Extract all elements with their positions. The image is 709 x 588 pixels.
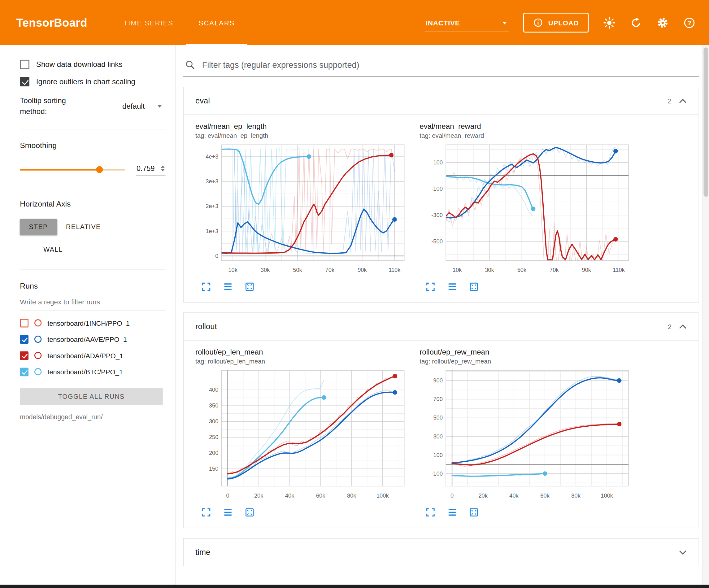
ignore-outliers-checkbox[interactable] xyxy=(20,77,29,86)
divider xyxy=(20,270,165,270)
settings-gear-icon[interactable] xyxy=(657,17,669,28)
nav-tabs: TIME SERIES SCALARS xyxy=(111,0,247,45)
horizontal-axis-label: Horizontal Axis xyxy=(20,200,165,209)
svg-text:300: 300 xyxy=(209,418,218,425)
axis-relative-button[interactable]: RELATIVE xyxy=(57,219,110,235)
svg-text:?: ? xyxy=(687,19,691,26)
app-header: TensorBoard TIME SERIES SCALARS INACTIVE… xyxy=(0,0,709,45)
svg-text:50k: 50k xyxy=(293,266,302,273)
section-time-header[interactable]: time xyxy=(184,538,699,566)
collapse-chevron-icon[interactable] xyxy=(679,98,687,104)
run-label: tensorboard/ADA/PPO_1 xyxy=(47,352,123,359)
smoothing-value-input[interactable]: 0.759 xyxy=(136,163,165,176)
svg-text:900: 900 xyxy=(433,377,442,384)
svg-text:50k: 50k xyxy=(517,266,527,273)
scrollbar-thumb[interactable] xyxy=(704,47,708,197)
smoothing-slider[interactable] xyxy=(20,169,125,170)
svg-text:90k: 90k xyxy=(358,266,367,273)
svg-text:20k: 20k xyxy=(478,492,488,499)
line-chart[interactable]: 10k30k50k70k90k110k-500-300-100100 xyxy=(420,141,632,277)
show-download-checkbox[interactable] xyxy=(20,60,29,69)
ignore-outliers-label: Ignore outliers in chart scaling xyxy=(36,77,135,86)
run-color-radio[interactable] xyxy=(34,336,42,343)
section-rollout-body: rollout/ep_len_mean tag: rollout/ep_len_… xyxy=(184,340,699,528)
tooltip-sorting-value: default xyxy=(122,102,145,110)
line-chart[interactable]: 10k30k50k70k90k110k01e+32e+33e+34e+3 xyxy=(195,141,408,277)
line-chart[interactable]: 020k40k60k80k100k150200250300350400 xyxy=(195,366,408,502)
scrollbar[interactable] xyxy=(702,45,709,585)
toggle-all-runs-button[interactable]: TOGGLE ALL RUNS xyxy=(20,388,163,405)
run-color-radio[interactable] xyxy=(34,319,42,327)
svg-text:2e+3: 2e+3 xyxy=(206,203,218,209)
expand-chart-icon[interactable] xyxy=(201,507,211,518)
run-checkbox[interactable] xyxy=(20,335,28,344)
fit-domain-icon[interactable] xyxy=(244,507,255,518)
chart-toolbar xyxy=(420,281,636,292)
fit-domain-icon[interactable] xyxy=(468,507,479,518)
refresh-icon[interactable] xyxy=(630,17,642,28)
svg-text:400: 400 xyxy=(209,386,218,393)
chart-title: rollout/ep_len_mean xyxy=(195,348,412,356)
svg-text:80k: 80k xyxy=(347,492,357,499)
window-edge xyxy=(0,585,709,588)
expand-chart-icon[interactable] xyxy=(201,281,211,292)
svg-text:10k: 10k xyxy=(453,266,462,273)
run-row-1inch: tensorboard/1INCH/PPO_1 xyxy=(20,318,165,327)
fit-domain-icon[interactable] xyxy=(244,281,255,292)
section-eval: eval 2 eval/mean_ep_length tag: eval/mea… xyxy=(183,87,699,303)
collapse-chevron-icon[interactable] xyxy=(679,324,687,329)
upload-button[interactable]: UPLOAD xyxy=(523,13,588,32)
section-rollout-header[interactable]: rollout 2 xyxy=(184,313,699,340)
slider-thumb[interactable] xyxy=(96,166,103,173)
collapse-chevron-icon[interactable] xyxy=(679,549,687,555)
run-checkbox[interactable] xyxy=(20,367,28,376)
data-table-icon[interactable] xyxy=(447,507,457,518)
tab-scalars[interactable]: SCALARS xyxy=(186,0,247,45)
brightness-icon[interactable] xyxy=(603,17,615,28)
svg-text:100k: 100k xyxy=(376,492,389,499)
svg-text:20k: 20k xyxy=(254,492,263,499)
chart-title: eval/mean_ep_length xyxy=(195,122,412,131)
svg-text:60k: 60k xyxy=(540,492,550,499)
run-checkbox[interactable] xyxy=(20,352,28,360)
help-icon[interactable]: ? xyxy=(683,17,695,28)
data-table-icon[interactable] xyxy=(222,281,233,292)
section-rollout: rollout 2 rollout/ep_len_mean tag: rollo… xyxy=(183,312,699,528)
data-table-icon[interactable] xyxy=(222,507,233,518)
svg-text:300: 300 xyxy=(433,433,442,440)
chart-card: eval/mean_ep_length tag: eval/mean_ep_le… xyxy=(195,122,412,292)
run-color-radio[interactable] xyxy=(34,368,42,375)
svg-text:70k: 70k xyxy=(550,266,559,273)
svg-text:60k: 60k xyxy=(316,492,325,499)
section-title: eval xyxy=(195,96,210,106)
tab-time-series[interactable]: TIME SERIES xyxy=(111,0,186,45)
section-eval-header[interactable]: eval 2 xyxy=(184,87,699,114)
data-table-icon[interactable] xyxy=(447,281,457,292)
svg-text:-100: -100 xyxy=(431,470,443,477)
expand-chart-icon[interactable] xyxy=(425,281,436,292)
line-chart[interactable]: 020k40k60k80k100k-100100300500700900 xyxy=(420,366,632,502)
settings-sidebar: Show data download links Ignore outliers… xyxy=(0,45,176,585)
run-color-radio[interactable] xyxy=(34,352,42,359)
runs-filter-input[interactable] xyxy=(20,295,165,311)
chart-tag: tag: rollout/ep_rew_mean xyxy=(420,358,636,365)
smoothing-value: 0.759 xyxy=(136,164,155,173)
run-label: tensorboard/BTC/PPO_1 xyxy=(47,368,123,376)
fit-domain-icon[interactable] xyxy=(468,281,479,292)
svg-text:30k: 30k xyxy=(261,266,270,273)
svg-text:500: 500 xyxy=(433,414,442,421)
chart-title: eval/mean_reward xyxy=(420,122,636,131)
tooltip-sorting-select[interactable]: default xyxy=(122,102,166,110)
chevron-down-icon xyxy=(157,105,162,108)
expand-chart-icon[interactable] xyxy=(425,507,436,518)
tag-filter-input[interactable] xyxy=(202,60,697,70)
axis-wall-button[interactable]: WALL xyxy=(34,241,72,258)
run-checkbox[interactable] xyxy=(20,318,28,327)
chart-tag: tag: rollout/ep_len_mean xyxy=(195,358,412,365)
svg-text:350: 350 xyxy=(209,402,218,409)
status-dropdown[interactable]: INACTIVE xyxy=(425,19,509,32)
stepper-icon[interactable] xyxy=(161,165,165,172)
chart-card: eval/mean_reward tag: eval/mean_reward 1… xyxy=(420,122,636,292)
axis-step-button[interactable]: STEP xyxy=(20,219,57,235)
slider-fill xyxy=(20,169,99,170)
